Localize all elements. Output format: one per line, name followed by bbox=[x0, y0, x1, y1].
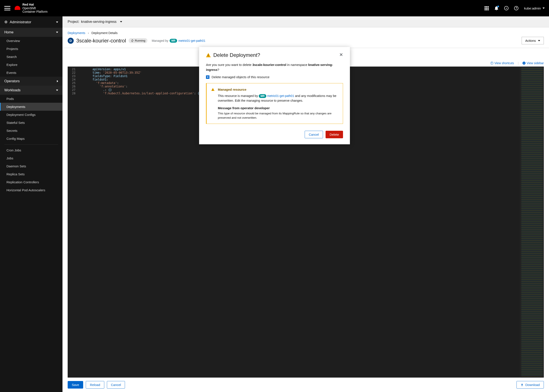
status-badge: Running bbox=[129, 38, 147, 43]
info-icon: i bbox=[522, 62, 526, 65]
nav-section-operators[interactable]: Operators bbox=[0, 77, 63, 86]
nav-item-replication-controllers[interactable]: Replication Controllers bbox=[0, 178, 63, 186]
top-navbar: Red Hat OpenShift Container Platform + ?… bbox=[0, 0, 549, 16]
chevron-down-icon bbox=[56, 32, 58, 33]
managed-by-label: Managed by bbox=[152, 39, 168, 42]
product-logo: Red Hat OpenShift Container Platform bbox=[15, 3, 48, 14]
modal-cancel-button[interactable]: Cancel bbox=[305, 131, 323, 138]
operator-message-body: This type of resource should be managed … bbox=[218, 111, 338, 120]
nav-item-secrets[interactable]: Secrets bbox=[0, 127, 63, 135]
perspective-switcher[interactable]: ⚙Administrator bbox=[0, 16, 63, 28]
nav-item-daemon-sets[interactable]: Daemon Sets bbox=[0, 162, 63, 170]
caret-down-icon bbox=[542, 7, 545, 9]
nav-item-deployment-configs[interactable]: Deployment Configs bbox=[0, 111, 63, 119]
caret-down-icon bbox=[120, 21, 122, 22]
user-menu[interactable]: kube:admin bbox=[524, 7, 545, 10]
managed-resource-link[interactable]: metric01-get-path01 bbox=[267, 94, 294, 98]
project-name: knative-serving-ingress bbox=[81, 20, 117, 24]
nav-item-config-maps[interactable]: Config Maps bbox=[0, 135, 63, 143]
managed-resource-alert: Managed resource This resource is manage… bbox=[206, 83, 343, 124]
breadcrumb-separator: › bbox=[88, 31, 89, 35]
download-button[interactable]: Download bbox=[516, 381, 544, 389]
cancel-button[interactable]: Cancel bbox=[107, 381, 125, 389]
mr-badge: MR bbox=[259, 94, 266, 98]
app-launcher-icon[interactable] bbox=[484, 6, 489, 10]
brand-line2: OpenShift bbox=[22, 7, 48, 10]
warning-icon bbox=[206, 53, 211, 57]
operator-message-title: Message from operator developer bbox=[218, 106, 338, 111]
actions-dropdown[interactable]: Actions bbox=[522, 37, 544, 44]
page-heading: D 3scale-kourier-control Running Managed… bbox=[63, 37, 549, 48]
gear-icon: ⚙ bbox=[4, 20, 7, 24]
resource-name: 3scale-kourier-control bbox=[76, 38, 126, 44]
brand-line1: Red Hat bbox=[22, 3, 34, 6]
help-icon[interactable]: ? bbox=[514, 6, 518, 10]
mr-badge: MR bbox=[169, 39, 177, 43]
help-icon: ? bbox=[490, 62, 493, 65]
download-icon bbox=[521, 383, 524, 386]
alert-title: Managed resource bbox=[218, 87, 338, 92]
breadcrumb-current: Deployment Details bbox=[91, 31, 117, 35]
breadcrumb: Deployments › Deployment Details bbox=[63, 27, 549, 37]
alert-body: This resource is managed by MR metric01-… bbox=[218, 94, 338, 103]
nav-section-label: Workloads bbox=[4, 88, 21, 92]
status-text: Running bbox=[135, 39, 145, 42]
modal-close-button[interactable]: ✕ bbox=[339, 52, 343, 57]
nav-item-deployments[interactable]: Deployments bbox=[0, 103, 63, 111]
delete-managed-checkbox[interactable]: ✕ Delete managed objects of this resourc… bbox=[206, 75, 343, 80]
chevron-down-icon bbox=[56, 90, 58, 91]
separator: | bbox=[518, 61, 519, 65]
chevron-down-icon bbox=[56, 21, 58, 23]
brand-line3: Container Platform bbox=[22, 10, 48, 14]
save-button[interactable]: Save bbox=[68, 381, 83, 389]
view-shortcuts-link[interactable]: ?View shortcuts bbox=[490, 61, 514, 65]
add-icon[interactable]: + bbox=[504, 6, 508, 10]
nav-item-pods[interactable]: Pods bbox=[0, 95, 63, 103]
nav-item-projects[interactable]: Projects bbox=[0, 45, 63, 53]
checkbox-label: Delete managed objects of this resource bbox=[211, 75, 269, 80]
nav-item-explore[interactable]: Explore bbox=[0, 61, 63, 69]
nav-item-stateful-sets[interactable]: Stateful Sets bbox=[0, 119, 63, 127]
managed-by: Managed by MR metric01-get-path01 bbox=[152, 39, 205, 43]
hamburger-menu-icon[interactable] bbox=[4, 6, 10, 10]
nav-section-label: Operators bbox=[4, 79, 20, 83]
actions-label: Actions bbox=[525, 39, 536, 42]
checkbox-icon: ✕ bbox=[206, 75, 209, 79]
modal-title: Delete Deployment? bbox=[206, 52, 260, 58]
view-sidebar-link[interactable]: iView sidebar bbox=[522, 61, 544, 65]
nav-section-home[interactable]: Home bbox=[0, 28, 63, 37]
project-selector[interactable]: Project: knative-serving-ingress bbox=[63, 16, 549, 27]
perspective-label: Administrator bbox=[10, 20, 31, 24]
nav-divider bbox=[4, 144, 58, 145]
nav-item-replica-sets[interactable]: Replica Sets bbox=[0, 170, 63, 178]
warning-icon bbox=[211, 88, 214, 91]
nav-item-cron-jobs[interactable]: Cron Jobs bbox=[0, 146, 63, 154]
minimap[interactable] bbox=[520, 67, 544, 378]
caret-down-icon bbox=[538, 40, 540, 41]
sync-icon bbox=[131, 39, 134, 42]
nav-item-search[interactable]: Search bbox=[0, 53, 63, 61]
sidebar: ⚙Administrator Home Overview Projects Se… bbox=[0, 16, 63, 392]
modal-delete-button[interactable]: Delete bbox=[326, 131, 343, 138]
nav-section-label: Home bbox=[4, 30, 14, 34]
chevron-right-icon bbox=[57, 80, 58, 82]
reload-button[interactable]: Reload bbox=[86, 381, 104, 389]
resource-kind-badge: D bbox=[68, 38, 74, 44]
breadcrumb-parent-link[interactable]: Deployments bbox=[68, 31, 85, 35]
username: kube:admin bbox=[524, 7, 541, 10]
modal-message: Are you sure you want to delete 3scale-k… bbox=[206, 63, 343, 72]
nav-item-jobs[interactable]: Jobs bbox=[0, 154, 63, 162]
nav-section-workloads[interactable]: Workloads bbox=[0, 86, 63, 95]
nav-item-hpa[interactable]: Horizontal Pod Autoscalers bbox=[0, 186, 63, 194]
delete-modal: Delete Deployment? ✕ Are you sure you wa… bbox=[199, 47, 350, 144]
notifications-icon[interactable] bbox=[494, 6, 499, 10]
managed-resource-link[interactable]: metric01-get-path01 bbox=[178, 39, 205, 42]
redhat-fedora-icon bbox=[15, 6, 20, 11]
nav-item-overview[interactable]: Overview bbox=[0, 37, 63, 45]
line-gutter: 2122232425262728 bbox=[68, 67, 78, 378]
project-label: Project: bbox=[68, 20, 79, 24]
nav-item-events[interactable]: Events bbox=[0, 69, 63, 77]
editor-actions: Save Reload Cancel Download bbox=[63, 378, 549, 392]
